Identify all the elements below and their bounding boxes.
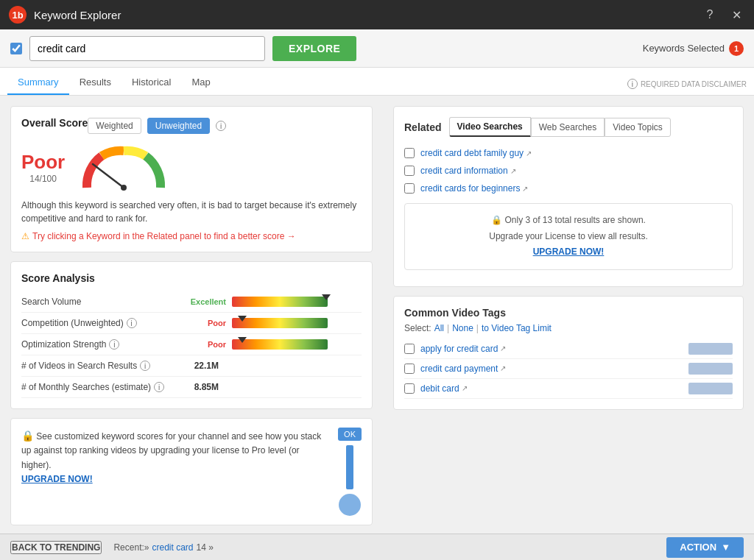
related-item-checkbox-1[interactable] (404, 166, 415, 176)
analysis-row-search-volume: Search Volume Excellent (21, 291, 362, 313)
related-tab-video-searches[interactable]: Video Searches (449, 117, 531, 137)
upgrade-box-subtext: Upgrade your License to view all results… (414, 229, 723, 245)
app-title: Keyword Explorer (34, 9, 701, 21)
searches-value: 8.85M (175, 382, 219, 392)
upgrade-now-link[interactable]: UPGRADE NOW! (21, 474, 93, 484)
upgrade-progress-bar (346, 445, 353, 489)
warning-icon: ⚠ (21, 231, 29, 241)
tab-results[interactable]: Results (69, 71, 121, 95)
videos-info-icon[interactable]: i (140, 361, 150, 371)
warning-text[interactable]: Try clicking a Keyword in the Related pa… (32, 231, 296, 241)
search-volume-bar (232, 297, 362, 307)
optimization-rating: Poor (175, 340, 226, 349)
left-panel: Overall Score Weighted Unweighted i Poor… (0, 96, 383, 534)
search-bar: EXPLORE Keywords Selected 1 (0, 29, 754, 68)
svg-line-0 (93, 164, 124, 188)
weighted-button[interactable]: Weighted (88, 118, 141, 134)
competition-info-icon[interactable]: i (127, 318, 137, 328)
action-label: ACTION (680, 542, 716, 553)
tag-ext-icon-1: ↗ (500, 364, 506, 372)
tags-limit-link[interactable]: to Video Tag Limit (482, 323, 552, 333)
related-item-checkbox-2[interactable] (404, 183, 415, 194)
tag-link-2[interactable]: debit card ↗ (420, 383, 468, 394)
ext-icon-2: ↗ (522, 185, 528, 193)
recent-link[interactable]: credit card (152, 542, 193, 553)
tag-ext-icon-2: ↗ (462, 384, 468, 392)
related-item-checkbox-0[interactable] (404, 148, 415, 158)
unweighted-button[interactable]: Unweighted (147, 118, 210, 134)
required-disclaimer: i REQUIRED DATA DISCLAIMER (627, 79, 747, 95)
related-link-1[interactable]: credit card information ↗ (420, 166, 516, 176)
related-card: Related Video Searches Web Searches Vide… (393, 106, 744, 287)
tags-none-link[interactable]: None (452, 323, 473, 333)
explore-button[interactable]: EXPLORE (272, 36, 356, 61)
upgrade-circle (339, 494, 361, 516)
search-volume-rating: Excellent (175, 297, 226, 306)
tag-item-2: debit card ↗ (404, 379, 733, 399)
related-link-0[interactable]: credit card debt family guy ↗ (420, 148, 532, 158)
score-description: Although this keyword is searched very o… (21, 199, 362, 225)
search-input[interactable] (29, 36, 265, 61)
related-upgrade-box: 🔒 Only 3 of 13 total results are shown. … (404, 203, 733, 270)
tag-checkbox-2[interactable] (404, 383, 415, 394)
tag-bar-0 (688, 343, 733, 355)
score-controls: Weighted Unweighted i (88, 118, 226, 134)
keywords-selected: Keywords Selected 1 (643, 41, 744, 56)
overall-score-title: Overall Score (21, 117, 88, 129)
upgrade-text: See customized keyword scores for your c… (21, 431, 321, 470)
score-analysis-card: Score Analysis Search Volume Excellent C… (10, 261, 373, 409)
optimization-bar (232, 339, 362, 350)
ext-icon-0: ↗ (526, 149, 532, 157)
optimization-label: Optimization Strength i (21, 339, 169, 350)
tab-historical[interactable]: Historical (121, 71, 181, 95)
optimization-info-icon[interactable]: i (109, 339, 119, 350)
tags-select-label: Select: (404, 323, 431, 333)
recent-label: Recent:» credit card 14 » (113, 542, 213, 553)
close-button[interactable]: ✕ (727, 6, 745, 24)
tab-summary[interactable]: Summary (7, 71, 69, 95)
tags-divider-1: | (447, 323, 449, 333)
ok-button[interactable]: OK (338, 428, 362, 441)
recent-count: 14 » (197, 542, 214, 553)
right-panel: Related Video Searches Web Searches Vide… (383, 96, 754, 534)
analysis-row-optimization: Optimization Strength i Poor (21, 334, 362, 355)
score-analysis-title: Score Analysis (21, 272, 362, 284)
back-to-trending-button[interactable]: BACK TO TRENDING (10, 541, 102, 554)
related-upgrade-link[interactable]: UPGRADE NOW! (533, 247, 605, 257)
videos-label: # of Videos in Search Results i (21, 361, 169, 371)
tag-checkbox-1[interactable] (404, 364, 415, 374)
competition-rating: Poor (175, 319, 226, 327)
keywords-count-badge: 1 (729, 41, 744, 56)
tag-link-1[interactable]: credit card payment ↗ (420, 364, 506, 374)
score-gauge (80, 143, 168, 191)
related-item-2: credit cards for beginners ↗ (404, 180, 733, 197)
svg-point-1 (121, 185, 127, 191)
score-info-icon[interactable]: i (216, 121, 226, 131)
tags-all-link[interactable]: All (434, 323, 444, 333)
tag-item-1: credit card payment ↗ (404, 359, 733, 379)
title-bar-controls: ? ✕ (701, 6, 745, 24)
related-link-2[interactable]: credit cards for beginners ↗ (420, 183, 528, 194)
search-checkbox[interactable] (10, 43, 22, 54)
score-warning: ⚠ Try clicking a Keyword in the Related … (21, 231, 362, 241)
search-volume-label: Search Volume (21, 297, 169, 307)
tab-map[interactable]: Map (181, 71, 220, 95)
analysis-row-competition: Competition (Unweighted) i Poor (21, 313, 362, 334)
searches-info-icon[interactable]: i (154, 382, 164, 392)
score-display: Poor 14/100 (21, 143, 362, 191)
tag-checkbox-0[interactable] (404, 344, 415, 354)
action-button[interactable]: ACTION ▼ (666, 537, 744, 558)
competition-bar (232, 318, 362, 328)
tags-select-row: Select: All | None | to Video Tag Limit (404, 323, 733, 333)
related-header: Related Video Searches Web Searches Vide… (404, 117, 733, 137)
tabs-bar: Summary Results Historical Map i REQUIRE… (0, 68, 754, 96)
tag-link-0[interactable]: apply for credit card ↗ (420, 344, 506, 354)
bottom-bar: BACK TO TRENDING Recent:» credit card 14… (0, 534, 754, 560)
tag-bar-1 (688, 363, 733, 375)
related-tab-web-searches[interactable]: Web Searches (531, 118, 605, 137)
related-item-0: credit card debt family guy ↗ (404, 144, 733, 162)
help-button[interactable]: ? (701, 6, 719, 24)
related-tab-video-topics[interactable]: Video Topics (605, 118, 671, 137)
overall-score-card: Overall Score Weighted Unweighted i Poor… (10, 106, 373, 252)
tag-bar-2 (688, 383, 733, 394)
